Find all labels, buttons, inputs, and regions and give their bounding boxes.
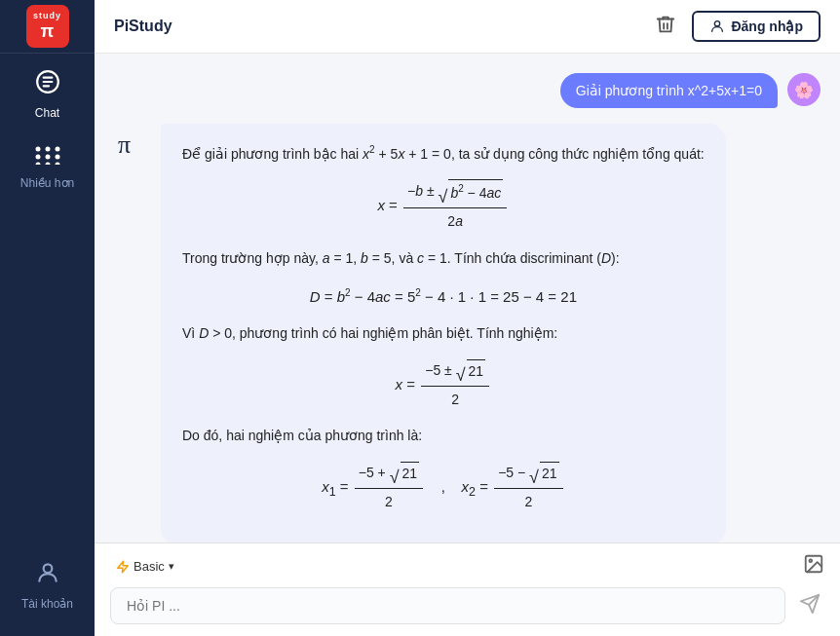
login-label: Đăng nhập bbox=[731, 19, 803, 34]
lightning-icon bbox=[116, 560, 130, 574]
svg-point-8 bbox=[45, 163, 50, 166]
chat-input[interactable] bbox=[110, 587, 785, 624]
sol-fraction: −5 ± √ 21 2 bbox=[421, 359, 489, 412]
login-icon bbox=[709, 19, 725, 34]
user-bubble: Giải phương trình x^2+5x+1=0 bbox=[560, 73, 778, 108]
svg-point-10 bbox=[43, 564, 52, 573]
logo-study-text: study bbox=[33, 11, 61, 21]
formula-sqrt: √ b2 − 4ac bbox=[438, 179, 503, 205]
x2-den: 2 bbox=[520, 489, 536, 514]
chevron-down-icon: ▾ bbox=[169, 560, 174, 573]
ai-bubble: Để giải phương trình bậc hai x2 + 5x + 1… bbox=[161, 124, 726, 542]
main-content: PiStudy Đăng nhập Giải phư bbox=[95, 0, 840, 636]
logo-box: study π bbox=[26, 5, 69, 48]
formula-num: −b ± √ b2 − 4ac bbox=[403, 179, 507, 207]
sidebar-bottom: Tài khoản bbox=[0, 544, 95, 636]
chat-area: Giải phương trình x^2+5x+1=0 🌸 π Để giải… bbox=[95, 54, 840, 542]
solution-formula: x = −5 ± √ 21 2 bbox=[182, 359, 705, 412]
ai-case: Trong trường hợp này, a = 1, b = 5, và c… bbox=[182, 247, 705, 271]
x2-sqrt-content: 21 bbox=[540, 462, 559, 486]
discriminant-formula: D = b2 − 4ac = 52 − 4 · 1 · 1 = 25 − 4 =… bbox=[182, 284, 705, 310]
logo-pi-text: π bbox=[41, 21, 55, 43]
quadratic-formula: x = −b ± √ b2 − 4ac 2a bbox=[182, 179, 705, 233]
ai-intro: Để giải phương trình bậc hai x2 + 5x + 1… bbox=[182, 141, 705, 166]
sidebar-more-label: Nhiều hơn bbox=[20, 176, 74, 190]
svg-point-6 bbox=[55, 155, 59, 160]
svg-point-3 bbox=[55, 147, 59, 152]
sqrt-symbol-2: √ bbox=[456, 366, 466, 384]
formula-fraction: −b ± √ b2 − 4ac 2a bbox=[403, 179, 507, 233]
ai-message: π Để giải phương trình bậc hai x2 + 5x +… bbox=[114, 124, 821, 542]
x1-den: 2 bbox=[381, 489, 397, 514]
x2-fraction: −5 − √ 21 2 bbox=[494, 462, 562, 514]
basic-button[interactable]: Basic ▾ bbox=[110, 557, 180, 576]
svg-text:π: π bbox=[118, 131, 131, 159]
sol-sqrt: √ 21 bbox=[456, 359, 485, 384]
login-button[interactable]: Đăng nhập bbox=[692, 11, 821, 42]
sol-num: −5 ± √ 21 bbox=[421, 359, 489, 387]
app-logo: study π bbox=[0, 0, 95, 54]
sidebar-item-account[interactable]: Tài khoản bbox=[0, 544, 95, 620]
app-title: PiStudy bbox=[114, 18, 651, 35]
trash-button[interactable] bbox=[651, 10, 680, 44]
header-actions: Đăng nhập bbox=[651, 10, 821, 44]
user-message: Giải phương trình x^2+5x+1=0 🌸 bbox=[114, 73, 821, 108]
sidebar: study π Chat Nhiều h bbox=[0, 0, 95, 636]
sqrt-content: b2 − 4ac bbox=[448, 179, 503, 205]
ai-since: Vì D > 0, phương trình có hai nghiệm phâ… bbox=[182, 322, 705, 346]
x2-sqrt: √ 21 bbox=[529, 462, 558, 486]
ai-conclusion: Do đó, hai nghiệm của phương trình là: bbox=[182, 425, 705, 448]
input-toolbar: Basic ▾ bbox=[110, 553, 824, 580]
header: PiStudy Đăng nhập bbox=[95, 0, 840, 54]
more-icon bbox=[34, 145, 61, 170]
account-label: Tài khoản bbox=[21, 597, 73, 611]
svg-point-15 bbox=[809, 559, 812, 562]
user-avatar: 🌸 bbox=[787, 73, 821, 106]
sidebar-item-chat[interactable]: Chat bbox=[0, 54, 95, 130]
sidebar-item-more[interactable]: Nhiều hơn bbox=[0, 130, 95, 200]
sqrt-symbol-4: √ bbox=[529, 468, 539, 486]
formula-den: 2a bbox=[443, 208, 467, 234]
ai-pi-icon: π bbox=[114, 126, 149, 161]
svg-point-2 bbox=[45, 147, 50, 152]
svg-point-11 bbox=[715, 21, 720, 26]
sqrt-symbol-3: √ bbox=[390, 468, 400, 486]
svg-point-7 bbox=[35, 163, 40, 166]
sol-den: 2 bbox=[447, 387, 463, 412]
x1-sqrt: √ 21 bbox=[390, 462, 419, 486]
image-upload-button[interactable] bbox=[803, 553, 824, 580]
x1-sqrt-content: 21 bbox=[401, 462, 420, 486]
basic-label: Basic bbox=[134, 559, 165, 574]
x1-num: −5 + √ 21 bbox=[355, 462, 423, 489]
roots-formula: x1 = −5 + √ 21 2 , x2 = bbox=[182, 462, 705, 514]
send-button[interactable] bbox=[795, 593, 824, 619]
account-icon bbox=[35, 560, 60, 591]
chat-icon bbox=[35, 69, 60, 100]
svg-point-4 bbox=[35, 155, 40, 160]
input-area: Basic ▾ bbox=[95, 542, 840, 636]
svg-point-1 bbox=[35, 147, 40, 152]
x1-fraction: −5 + √ 21 2 bbox=[355, 462, 423, 514]
svg-marker-13 bbox=[118, 561, 129, 573]
svg-point-9 bbox=[55, 163, 59, 166]
x2-num: −5 − √ 21 bbox=[494, 462, 562, 489]
sidebar-chat-label: Chat bbox=[35, 106, 59, 120]
sqrt-21: 21 bbox=[467, 359, 486, 384]
svg-point-5 bbox=[45, 155, 50, 160]
sqrt-symbol: √ bbox=[438, 188, 447, 206]
input-row bbox=[110, 587, 824, 624]
